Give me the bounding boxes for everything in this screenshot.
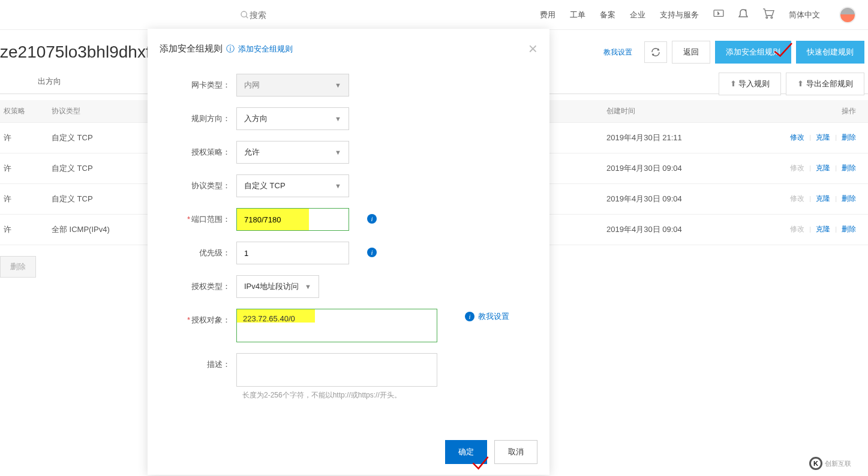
priority-field[interactable] (244, 242, 341, 264)
row-protocol: 协议类型： 自定义 TCP▼ (160, 174, 537, 197)
ok-button[interactable]: 确定 (445, 440, 487, 464)
info-icon[interactable]: i (465, 312, 474, 321)
info-icon[interactable]: i (367, 248, 377, 257)
modal-body: 网卡类型： 内网▼ 规则方向： 入方向▼ 授权策略： 允许▼ 协议类型： 自定义… (148, 68, 549, 432)
chevron-down-icon: ▼ (335, 115, 341, 122)
search-input[interactable] (250, 10, 370, 20)
chevron-down-icon: ▼ (335, 82, 341, 89)
row-desc: 描述： (160, 353, 537, 387)
topbar: 费用 工单 备案 企业 支持与服务 简体中文 (0, 0, 868, 30)
close-icon[interactable]: × (528, 40, 537, 58)
svg-point-5 (771, 17, 773, 19)
nav-icp[interactable]: 备案 (600, 10, 615, 20)
select-policy[interactable]: 允许▼ (236, 141, 349, 164)
protocol-value: 自定义 TCP (244, 180, 286, 191)
label-protocol: 协议类型： (160, 174, 236, 191)
modal-title: 添加安全组规则 ⓘ 添加安全组规则 (160, 43, 293, 55)
row-nic-type: 网卡类型： 内网▼ (160, 74, 537, 97)
textarea-auth-obj[interactable]: 223.72.65.40/0 (236, 309, 437, 342)
chevron-down-icon: ▼ (335, 149, 341, 156)
input-port[interactable] (236, 208, 349, 231)
nav-links: 费用 工单 备案 企业 支持与服务 简体中文 (540, 7, 856, 23)
ok-label: 确定 (458, 447, 474, 456)
label-policy: 授权策略： (160, 141, 236, 158)
modal-title-text: 添加安全组规则 (160, 43, 223, 55)
label-auth-type: 授权类型： (160, 275, 236, 292)
svg-point-4 (766, 17, 768, 19)
select-direction[interactable]: 入方向▼ (236, 107, 349, 130)
nav-enterprise[interactable]: 企业 (630, 10, 645, 20)
row-policy: 授权策略： 允许▼ (160, 141, 537, 164)
chevron-down-icon: ▼ (335, 182, 341, 189)
branding-logo: K 创新互联 (809, 456, 863, 471)
red-annotation-icon (470, 456, 491, 472)
label-auth-obj: *授权对象： (160, 309, 236, 326)
monitor-icon[interactable] (713, 10, 724, 20)
modal-subtitle[interactable]: 添加安全组规则 (238, 44, 293, 55)
label-port: *端口范围： (160, 208, 236, 225)
cancel-button[interactable]: 取消 (494, 440, 537, 464)
label-direction: 规则方向： (160, 107, 236, 124)
policy-value: 允许 (244, 147, 260, 158)
svg-line-1 (246, 16, 248, 18)
avatar[interactable] (839, 7, 856, 23)
modal-add-rule: 添加安全组规则 ⓘ 添加安全组规则 × 网卡类型： 内网▼ 规则方向： 入方向▼… (148, 29, 549, 475)
label-nic-type: 网卡类型： (160, 74, 236, 91)
nav-ticket[interactable]: 工单 (570, 10, 585, 20)
search-icon (240, 10, 250, 20)
select-auth-type[interactable]: IPv4地址段访问▼ (236, 275, 319, 298)
auth-obj-value: 223.72.65.40/0 (243, 314, 295, 323)
chevron-down-icon: ▼ (305, 283, 311, 290)
bell-icon[interactable] (738, 8, 748, 21)
row-priority: 优先级： i (160, 242, 537, 264)
label-desc: 描述： (160, 353, 236, 370)
modal-header: 添加安全组规则 ⓘ 添加安全组规则 × (148, 29, 549, 68)
port-field[interactable] (237, 209, 349, 230)
select-nic-type: 内网▼ (236, 74, 349, 97)
brand-text: 创新互联 (825, 459, 851, 468)
cart-icon[interactable] (762, 8, 774, 21)
search-box (240, 10, 540, 20)
modal-overlay: 添加安全组规则 ⓘ 添加安全组规则 × 网卡类型： 内网▼ 规则方向： 入方向▼… (0, 29, 868, 476)
direction-value: 入方向 (244, 113, 268, 124)
modal-footer: 确定 取消 (148, 432, 549, 475)
row-port: *端口范围： i (160, 208, 537, 231)
input-priority[interactable] (236, 242, 349, 264)
info-icon[interactable]: i (367, 214, 377, 224)
label-priority: 优先级： (160, 242, 236, 258)
svg-point-3 (745, 10, 747, 11)
nic-type-value: 内网 (244, 80, 260, 91)
auth-type-value: IPv4地址段访问 (244, 281, 299, 292)
svg-point-0 (241, 11, 247, 17)
language-switch[interactable]: 简体中文 (789, 10, 820, 20)
nav-support[interactable]: 支持与服务 (660, 10, 699, 20)
brand-icon: K (809, 457, 822, 470)
row-auth-type: 授权类型： IPv4地址段访问▼ (160, 275, 537, 298)
row-direction: 规则方向： 入方向▼ (160, 107, 537, 130)
teach-me-link-modal[interactable]: 教我设置 (478, 311, 509, 322)
textarea-desc[interactable] (236, 353, 437, 387)
desc-hint: 长度为2-256个字符，不能以http://或https://开头。 (242, 390, 537, 400)
select-protocol[interactable]: 自定义 TCP▼ (236, 174, 349, 197)
help-icon[interactable]: ⓘ (226, 44, 235, 55)
nav-fee[interactable]: 费用 (540, 10, 555, 20)
row-auth-obj: *授权对象： 223.72.65.40/0 i 教我设置 (160, 309, 537, 342)
